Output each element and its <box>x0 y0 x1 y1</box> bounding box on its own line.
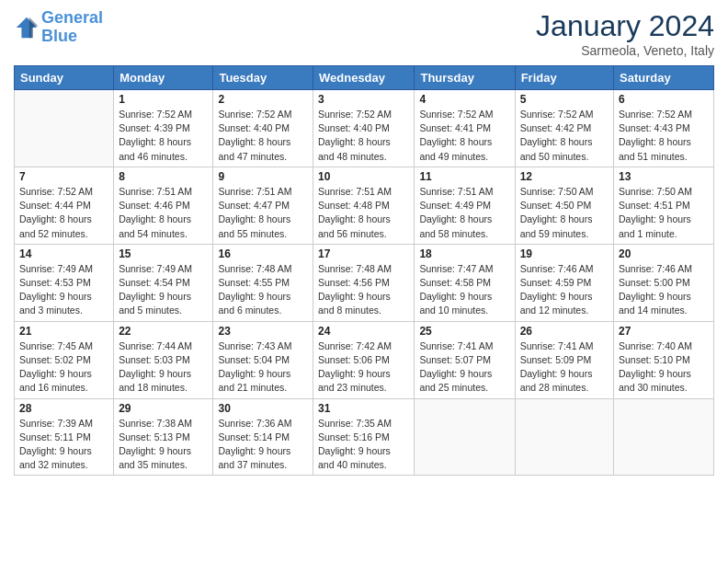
calendar-cell: 15Sunrise: 7:49 AM Sunset: 4:54 PM Dayli… <box>114 244 213 321</box>
day-number: 9 <box>218 170 308 183</box>
day-info: Sunrise: 7:51 AM Sunset: 4:48 PM Dayligh… <box>318 185 409 241</box>
header-row: SundayMondayTuesdayWednesdayThursdayFrid… <box>15 66 714 90</box>
day-info: Sunrise: 7:36 AM Sunset: 5:14 PM Dayligh… <box>218 417 308 473</box>
svg-marker-0 <box>17 17 37 38</box>
calendar-cell: 9Sunrise: 7:51 AM Sunset: 4:47 PM Daylig… <box>213 167 313 244</box>
calendar-cell: 10Sunrise: 7:51 AM Sunset: 4:48 PM Dayli… <box>313 167 415 244</box>
day-number: 3 <box>318 93 409 106</box>
calendar-cell: 23Sunrise: 7:43 AM Sunset: 5:04 PM Dayli… <box>213 321 313 398</box>
day-number: 30 <box>218 402 308 415</box>
day-number: 4 <box>419 93 509 106</box>
day-info: Sunrise: 7:46 AM Sunset: 4:59 PM Dayligh… <box>520 262 609 318</box>
week-row-2: 7Sunrise: 7:52 AM Sunset: 4:44 PM Daylig… <box>15 167 714 244</box>
day-number: 12 <box>520 170 609 183</box>
calendar-cell: 7Sunrise: 7:52 AM Sunset: 4:44 PM Daylig… <box>15 167 114 244</box>
day-number: 27 <box>619 325 709 338</box>
day-info: Sunrise: 7:51 AM Sunset: 4:46 PM Dayligh… <box>119 185 208 241</box>
day-info: Sunrise: 7:45 AM Sunset: 5:02 PM Dayligh… <box>19 339 108 396</box>
calendar-cell: 4Sunrise: 7:52 AM Sunset: 4:41 PM Daylig… <box>415 90 515 167</box>
day-info: Sunrise: 7:44 AM Sunset: 5:03 PM Dayligh… <box>119 339 208 396</box>
month-title: January 2024 <box>536 9 714 43</box>
day-info: Sunrise: 7:46 AM Sunset: 5:00 PM Dayligh… <box>619 262 709 318</box>
week-row-5: 28Sunrise: 7:39 AM Sunset: 5:11 PM Dayli… <box>15 398 714 476</box>
day-number: 26 <box>520 325 609 338</box>
day-info: Sunrise: 7:40 AM Sunset: 5:10 PM Dayligh… <box>619 339 709 396</box>
day-number: 23 <box>218 325 308 338</box>
calendar-cell: 2Sunrise: 7:52 AM Sunset: 4:40 PM Daylig… <box>213 90 313 167</box>
calendar-cell: 28Sunrise: 7:39 AM Sunset: 5:11 PM Dayli… <box>15 398 114 476</box>
day-info: Sunrise: 7:35 AM Sunset: 5:16 PM Dayligh… <box>318 417 409 473</box>
day-number: 21 <box>19 325 108 338</box>
day-number: 10 <box>318 170 409 183</box>
day-info: Sunrise: 7:49 AM Sunset: 4:53 PM Dayligh… <box>19 262 108 318</box>
day-info: Sunrise: 7:48 AM Sunset: 4:55 PM Dayligh… <box>218 262 308 318</box>
day-info: Sunrise: 7:52 AM Sunset: 4:43 PM Dayligh… <box>619 108 709 164</box>
day-info: Sunrise: 7:51 AM Sunset: 4:47 PM Dayligh… <box>218 185 308 241</box>
location: Sarmeola, Veneto, Italy <box>536 43 714 58</box>
weekday-header-wednesday: Wednesday <box>313 66 415 90</box>
day-info: Sunrise: 7:51 AM Sunset: 4:49 PM Dayligh… <box>419 185 509 241</box>
weekday-header-monday: Monday <box>114 66 213 90</box>
calendar-cell: 26Sunrise: 7:41 AM Sunset: 5:09 PM Dayli… <box>515 321 613 398</box>
weekday-header-friday: Friday <box>515 66 613 90</box>
day-number: 7 <box>19 170 108 183</box>
week-row-3: 14Sunrise: 7:49 AM Sunset: 4:53 PM Dayli… <box>15 244 714 321</box>
day-info: Sunrise: 7:49 AM Sunset: 4:54 PM Dayligh… <box>119 262 208 318</box>
day-info: Sunrise: 7:42 AM Sunset: 5:06 PM Dayligh… <box>318 339 409 396</box>
logo-text: General Blue <box>41 9 103 46</box>
calendar-cell: 6Sunrise: 7:52 AM Sunset: 4:43 PM Daylig… <box>614 90 714 167</box>
calendar-cell: 19Sunrise: 7:46 AM Sunset: 4:59 PM Dayli… <box>515 244 613 321</box>
logo-general: General <box>41 8 103 27</box>
day-number: 22 <box>119 325 208 338</box>
day-info: Sunrise: 7:52 AM Sunset: 4:39 PM Dayligh… <box>119 108 208 164</box>
calendar-cell: 8Sunrise: 7:51 AM Sunset: 4:46 PM Daylig… <box>114 167 213 244</box>
day-number: 29 <box>119 402 208 415</box>
day-number: 20 <box>619 247 709 260</box>
calendar-cell: 21Sunrise: 7:45 AM Sunset: 5:02 PM Dayli… <box>15 321 114 398</box>
day-number: 19 <box>520 247 609 260</box>
day-info: Sunrise: 7:52 AM Sunset: 4:44 PM Dayligh… <box>19 185 108 241</box>
weekday-header-saturday: Saturday <box>614 66 714 90</box>
calendar-cell: 25Sunrise: 7:41 AM Sunset: 5:07 PM Dayli… <box>415 321 515 398</box>
calendar-cell: 13Sunrise: 7:50 AM Sunset: 4:51 PM Dayli… <box>614 167 714 244</box>
day-info: Sunrise: 7:52 AM Sunset: 4:40 PM Dayligh… <box>218 108 308 164</box>
day-number: 13 <box>619 170 709 183</box>
day-number: 31 <box>318 402 409 415</box>
day-number: 16 <box>218 247 308 260</box>
day-info: Sunrise: 7:52 AM Sunset: 4:41 PM Dayligh… <box>419 108 509 164</box>
day-number: 8 <box>119 170 208 183</box>
calendar-cell: 17Sunrise: 7:48 AM Sunset: 4:56 PM Dayli… <box>313 244 415 321</box>
weekday-header-tuesday: Tuesday <box>213 66 313 90</box>
day-info: Sunrise: 7:52 AM Sunset: 4:42 PM Dayligh… <box>520 108 609 164</box>
title-block: January 2024 Sarmeola, Veneto, Italy <box>536 9 714 58</box>
weekday-header-thursday: Thursday <box>415 66 515 90</box>
calendar-cell: 5Sunrise: 7:52 AM Sunset: 4:42 PM Daylig… <box>515 90 613 167</box>
calendar-cell: 12Sunrise: 7:50 AM Sunset: 4:50 PM Dayli… <box>515 167 613 244</box>
logo-icon <box>14 15 40 40</box>
day-info: Sunrise: 7:41 AM Sunset: 5:07 PM Dayligh… <box>419 339 509 396</box>
week-row-4: 21Sunrise: 7:45 AM Sunset: 5:02 PM Dayli… <box>15 321 714 398</box>
day-info: Sunrise: 7:47 AM Sunset: 4:58 PM Dayligh… <box>419 262 509 318</box>
day-info: Sunrise: 7:43 AM Sunset: 5:04 PM Dayligh… <box>218 339 308 396</box>
calendar-cell: 18Sunrise: 7:47 AM Sunset: 4:58 PM Dayli… <box>415 244 515 321</box>
day-info: Sunrise: 7:41 AM Sunset: 5:09 PM Dayligh… <box>520 339 609 396</box>
day-number: 11 <box>419 170 509 183</box>
day-number: 5 <box>520 93 609 106</box>
day-number: 18 <box>419 247 509 260</box>
calendar-cell: 11Sunrise: 7:51 AM Sunset: 4:49 PM Dayli… <box>415 167 515 244</box>
day-info: Sunrise: 7:50 AM Sunset: 4:51 PM Dayligh… <box>619 185 709 241</box>
day-number: 17 <box>318 247 409 260</box>
calendar-cell: 29Sunrise: 7:38 AM Sunset: 5:13 PM Dayli… <box>114 398 213 476</box>
day-info: Sunrise: 7:50 AM Sunset: 4:50 PM Dayligh… <box>520 185 609 241</box>
day-number: 6 <box>619 93 709 106</box>
calendar-table: SundayMondayTuesdayWednesdayThursdayFrid… <box>14 65 714 476</box>
calendar-cell: 27Sunrise: 7:40 AM Sunset: 5:10 PM Dayli… <box>614 321 714 398</box>
logo-blue: Blue <box>41 27 77 45</box>
day-info: Sunrise: 7:48 AM Sunset: 4:56 PM Dayligh… <box>318 262 409 318</box>
day-info: Sunrise: 7:52 AM Sunset: 4:40 PM Dayligh… <box>318 108 409 164</box>
calendar-cell: 20Sunrise: 7:46 AM Sunset: 5:00 PM Dayli… <box>614 244 714 321</box>
calendar-cell: 22Sunrise: 7:44 AM Sunset: 5:03 PM Dayli… <box>114 321 213 398</box>
calendar-cell: 14Sunrise: 7:49 AM Sunset: 4:53 PM Dayli… <box>15 244 114 321</box>
calendar-cell: 24Sunrise: 7:42 AM Sunset: 5:06 PM Dayli… <box>313 321 415 398</box>
calendar-cell: 16Sunrise: 7:48 AM Sunset: 4:55 PM Dayli… <box>213 244 313 321</box>
